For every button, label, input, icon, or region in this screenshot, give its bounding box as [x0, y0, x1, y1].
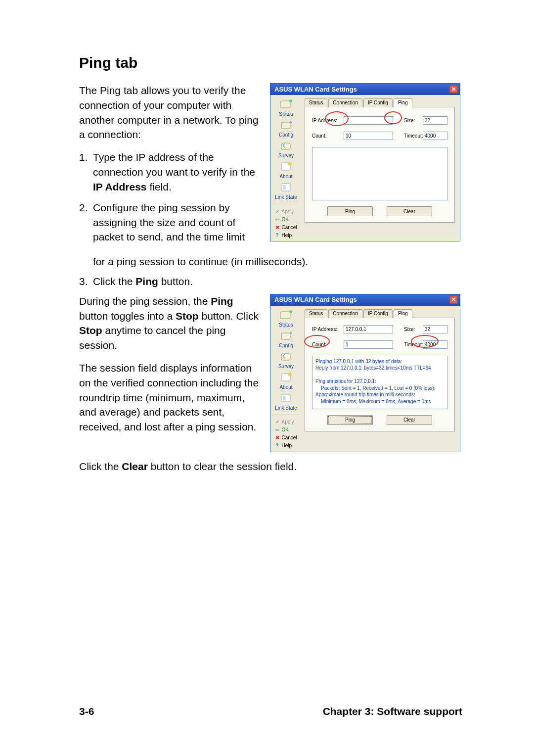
- ping-tabpage: IP Address: Size: Count: Timeout:: [305, 107, 455, 223]
- step-number: 2.: [79, 200, 93, 244]
- step-2: 2. Configure the ping session by assigni…: [79, 200, 262, 244]
- sidebar-item-survey[interactable]: Survey: [272, 140, 301, 158]
- ip-address-label: IP Address:: [312, 327, 344, 332]
- left-column-1: The Ping tab allows you to verify the co…: [79, 83, 262, 250]
- step-3-pre: Click the: [93, 276, 135, 287]
- about-icon: [279, 160, 294, 173]
- timeout-input[interactable]: [423, 340, 447, 349]
- svg-rect-8: [283, 185, 286, 189]
- timeout-label: Timeout:: [404, 342, 423, 347]
- page-number: 3-6: [79, 706, 94, 717]
- clear-button[interactable]: Clear: [387, 415, 432, 425]
- cancel-button[interactable]: ✖Cancel: [272, 434, 300, 442]
- svg-rect-11: [281, 333, 290, 339]
- sidebar-separator: [272, 415, 300, 415]
- right-column-2: ASUS WLAN Card Settings ✕ Status Config: [270, 294, 460, 452]
- tab-connection[interactable]: Connection: [328, 98, 362, 107]
- sidebar-item-label: About: [272, 174, 301, 179]
- sidebar-item-label: Link State: [272, 405, 301, 411]
- tab-ping[interactable]: Ping: [394, 98, 412, 107]
- ok-icon: ⇨: [274, 427, 280, 433]
- row-2: During the ping session, the Ping button…: [79, 294, 462, 452]
- sidebar-item-config[interactable]: Config: [272, 330, 301, 348]
- size-input[interactable]: [423, 116, 447, 125]
- step-3-bold: Ping: [135, 276, 158, 287]
- sidebar-item-about[interactable]: About: [272, 371, 301, 390]
- step-3: 3. Click the Ping button.: [79, 274, 462, 289]
- sidebar-item-linkstate[interactable]: Link State: [272, 392, 301, 411]
- svg-rect-17: [283, 396, 286, 400]
- wlan-settings-dialog-2: ASUS WLAN Card Settings ✕ Status Config: [270, 294, 460, 452]
- svg-point-10: [289, 310, 292, 313]
- page-heading: Ping tab: [79, 54, 462, 71]
- wlan-settings-dialog-1: ASUS WLAN Card Settings ✕ Status Config: [270, 83, 460, 241]
- tab-connection[interactable]: Connection: [328, 309, 362, 318]
- sidebar-item-about[interactable]: About: [272, 160, 301, 179]
- ok-button[interactable]: ⇨OK: [272, 215, 300, 223]
- sidebar-item-survey[interactable]: Survey: [272, 350, 301, 369]
- sidebar-item-status[interactable]: Status: [272, 98, 301, 117]
- step-number: 3.: [79, 274, 93, 289]
- count-input[interactable]: [344, 340, 393, 349]
- size-label: Size:: [404, 118, 423, 123]
- step-1-pre: Type the IP address of the connection yo…: [93, 151, 255, 178]
- help-button[interactable]: ?Help: [272, 231, 300, 239]
- tab-strip: Status Connection IP Config Ping: [305, 309, 455, 318]
- check-icon: ✔: [274, 208, 280, 214]
- tab-ipconfig[interactable]: IP Config: [363, 309, 393, 318]
- close-icon[interactable]: ✕: [449, 296, 458, 304]
- clear-button[interactable]: Clear: [387, 206, 432, 216]
- cancel-icon: ✖: [274, 435, 280, 441]
- ping-tabpage: IP Address: Size: Count: Timeout: Pingin…: [305, 318, 455, 431]
- ip-address-label: IP Address:: [312, 118, 344, 123]
- step-1: 1. Type the IP address of the connection…: [79, 150, 262, 194]
- sidebar-item-config[interactable]: Config: [272, 119, 301, 138]
- help-button[interactable]: ?Help: [272, 442, 300, 450]
- intro-paragraph: The Ping tab allows you to verify the co…: [79, 83, 262, 142]
- dialog-titlebar: ASUS WLAN Card Settings ✕: [270, 294, 460, 306]
- page-footer: 3-6 Chapter 3: Software support: [79, 706, 462, 717]
- apply-button: ✔Apply: [272, 207, 300, 215]
- sidebar-item-label: Survey: [272, 153, 301, 158]
- dialog-title: ASUS WLAN Card Settings: [274, 296, 357, 303]
- left-column-2: During the ping session, the Ping button…: [79, 294, 262, 452]
- sidebar-item-label: Link State: [272, 194, 301, 200]
- step-2-body: Configure the ping session by assigning …: [93, 200, 262, 244]
- timeout-label: Timeout:: [404, 133, 423, 139]
- ping-button[interactable]: Ping: [327, 415, 373, 425]
- dialog-title: ASUS WLAN Card Settings: [274, 86, 357, 93]
- ip-address-input[interactable]: [344, 325, 393, 333]
- check-icon: ✔: [274, 419, 280, 425]
- chapter-title: Chapter 3: Software support: [323, 706, 462, 717]
- survey-icon: [279, 140, 294, 152]
- tab-ipconfig[interactable]: IP Config: [363, 98, 393, 107]
- sidebar-item-status[interactable]: Status: [272, 309, 301, 328]
- cancel-button[interactable]: ✖Cancel: [272, 223, 300, 231]
- size-input[interactable]: [423, 325, 447, 333]
- tab-status[interactable]: Status: [305, 309, 327, 318]
- ip-address-input[interactable]: [344, 116, 393, 125]
- count-input[interactable]: [344, 132, 393, 140]
- tab-status[interactable]: Status: [305, 98, 327, 107]
- clear-sentence: Click the Clear button to clear the sess…: [79, 459, 462, 474]
- tab-ping[interactable]: Ping: [394, 309, 412, 318]
- tab-strip: Status Connection IP Config Ping: [305, 98, 455, 107]
- step-number: 1.: [79, 150, 93, 194]
- dialog-titlebar: ASUS WLAN Card Settings ✕: [270, 84, 460, 95]
- ping-log: [312, 147, 447, 200]
- status-icon: [279, 309, 294, 322]
- linkstate-icon: [279, 392, 294, 405]
- ping-session-paragraph: During the ping session, the Ping button…: [79, 294, 262, 353]
- status-icon: [279, 98, 294, 111]
- sidebar-item-linkstate[interactable]: Link State: [272, 181, 301, 200]
- svg-rect-2: [281, 122, 290, 129]
- ping-button[interactable]: Ping: [327, 206, 373, 216]
- timeout-input[interactable]: [423, 132, 447, 140]
- svg-rect-9: [280, 312, 290, 319]
- right-column-1: ASUS WLAN Card Settings ✕ Status Config: [270, 83, 460, 250]
- svg-rect-4: [281, 143, 290, 149]
- row-1: The Ping tab allows you to verify the co…: [79, 83, 462, 250]
- close-icon[interactable]: ✕: [449, 85, 458, 93]
- sidebar-item-label: Survey: [272, 364, 301, 369]
- ok-button[interactable]: ⇨OK: [272, 426, 300, 434]
